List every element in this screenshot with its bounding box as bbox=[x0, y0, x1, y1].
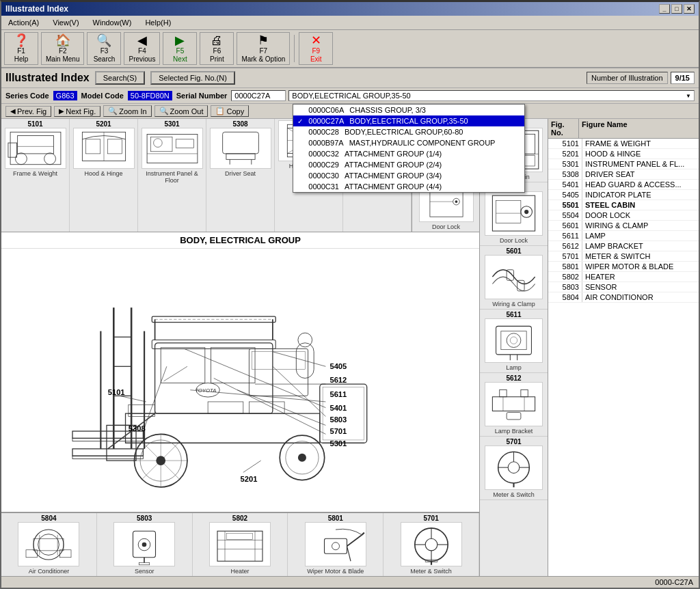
bottom-thumb-5803-label: Sensor bbox=[135, 568, 154, 575]
thumb-5803-img bbox=[114, 523, 174, 566]
bottom-thumb-5801-label: Wiper Motor & Blade bbox=[307, 568, 364, 575]
dropdown-item-4[interactable]: 0000C32 ATTACHMENT GROUP (1/4) bbox=[293, 148, 524, 159]
svg-rect-156 bbox=[492, 397, 535, 411]
search-button[interactable]: Search(S) bbox=[95, 71, 146, 85]
main-menu-button[interactable]: 🏠 F2 Main Menu bbox=[41, 32, 84, 65]
bottom-thumb-5701-label: Meter & Switch bbox=[410, 568, 452, 575]
bottom-thumb-5701[interactable]: 5701 Me bbox=[383, 513, 479, 576]
exit-label: Exit bbox=[310, 55, 322, 63]
model-code-value[interactable]: 50-8FD80N bbox=[128, 91, 172, 100]
fig-row-5601[interactable]: 5601WIRING & CLAMP bbox=[548, 221, 699, 231]
help-button[interactable]: ❓ F1 Help bbox=[4, 32, 38, 65]
copy-button[interactable]: 📋 Copy bbox=[211, 105, 249, 117]
right-thumb-5612[interactable]: 5612 Lamp Bra bbox=[480, 373, 548, 437]
fig-row-5612[interactable]: 5612LAMP BRACKET bbox=[548, 241, 699, 251]
thumb-5301-img bbox=[142, 128, 202, 168]
svg-text:5201: 5201 bbox=[241, 475, 258, 483]
fig-row-5801[interactable]: 5801WIPER MOTOR & BLADE bbox=[548, 262, 699, 272]
fig-row-5401[interactable]: 5401HEAD GUARD & ACCESS... bbox=[548, 180, 699, 190]
dropdown-item-6[interactable]: 0000C30 ATTACHMENT GROUP (3/4) bbox=[293, 170, 524, 181]
bottom-thumb-5803[interactable]: 5803 Sensor bbox=[97, 513, 193, 576]
thumb-5308[interactable]: 5308 Driver Seat bbox=[206, 119, 275, 232]
minimize-btn[interactable]: _ bbox=[659, 4, 670, 14]
serial-number-value[interactable]: 0000C27A bbox=[231, 90, 286, 101]
right-thumb-5504-img bbox=[485, 192, 542, 234]
dropdown-item-7[interactable]: 0000C31 ATTACHMENT GROUP (4/4) bbox=[293, 181, 524, 192]
fig-row-5501[interactable]: 5501STEEL CABIN bbox=[548, 200, 699, 210]
thumb-5201[interactable]: 5201 Hood & Hinge bbox=[70, 119, 138, 232]
close-btn[interactable]: ✕ bbox=[684, 4, 695, 14]
f4-label: F4 bbox=[138, 47, 146, 55]
fig-row-5201[interactable]: 5201HOOD & HINGE bbox=[548, 149, 699, 159]
svg-line-95 bbox=[214, 379, 326, 435]
right-thumb-5701[interactable]: 5701 Meter & Switch bbox=[480, 437, 548, 500]
next-fig-button[interactable]: ▶ Next Fig. bbox=[54, 106, 100, 117]
search-toolbar-button[interactable]: 🔍 F3 Search bbox=[87, 32, 121, 65]
svg-rect-0 bbox=[10, 132, 61, 164]
menu-help[interactable]: Help(H) bbox=[141, 17, 175, 28]
body-group-dropdown[interactable]: BODY,ELECTRICAL GROUP,35-50 ▼ bbox=[288, 90, 695, 101]
dropdown-item-2[interactable]: 0000C28 BODY,ELECTRICAL GROUP,60-80 bbox=[293, 126, 524, 137]
fig-row-5504[interactable]: 5504DOOR LOCK bbox=[548, 210, 699, 221]
fig-row-5308[interactable]: 5308DRIVER SEAT bbox=[548, 169, 699, 180]
toolbar-sep bbox=[294, 35, 295, 62]
right-thumb-5611[interactable]: 5611 Lamp bbox=[480, 310, 548, 373]
svg-point-128 bbox=[332, 543, 339, 550]
thumb-5101[interactable]: 5101 Frame & Weight bbox=[1, 119, 70, 232]
svg-rect-123 bbox=[226, 534, 253, 540]
prev-fig-button[interactable]: ◀ Prev. Fig bbox=[5, 106, 51, 117]
dropdown-item-1[interactable]: ✓ 0000C27A BODY,ELECTRICAL GROUP,35-50 bbox=[293, 115, 524, 126]
sel-fig-button[interactable]: Selected Fig. No.(N) bbox=[150, 71, 235, 85]
fig-row-5611[interactable]: 5611LAMP bbox=[548, 231, 699, 241]
fig-row-5405[interactable]: 5405INDICATOR PLATE bbox=[548, 190, 699, 200]
right-thumb-5701-img bbox=[485, 446, 542, 489]
svg-text:5101: 5101 bbox=[108, 388, 125, 396]
bottom-thumb-5802[interactable]: 5802 Heater bbox=[193, 513, 288, 576]
next-button[interactable]: ▶ F5 Next bbox=[163, 32, 197, 65]
fig-row-5803[interactable]: 5803SENSOR bbox=[548, 282, 699, 292]
thumb-5301-label: Instrument Panel & Floor bbox=[141, 170, 203, 184]
svg-text:5803: 5803 bbox=[329, 415, 347, 424]
exit-button[interactable]: ✕ F9 Exit bbox=[299, 32, 333, 65]
bottom-thumb-5801[interactable]: 5801 Wiper Motor & Blade bbox=[288, 513, 383, 576]
fig-row-5701[interactable]: 5701METER & SWITCH bbox=[548, 251, 699, 262]
bottom-thumb-5804[interactable]: 5804 Air Conditioner bbox=[1, 513, 97, 576]
mark-option-button[interactable]: ⚑ F7 Mark & Option bbox=[237, 32, 290, 65]
series-code-value[interactable]: G863 bbox=[53, 91, 77, 100]
main-menu-label: Main Menu bbox=[46, 55, 79, 63]
dropdown-item-0[interactable]: 0000C06A CHASSIS GROUP, 3/3 bbox=[293, 105, 524, 115]
window-controls: _ □ ✕ bbox=[659, 4, 695, 14]
print-button[interactable]: 🖨 F6 Print bbox=[200, 32, 234, 65]
dropdown-item-5[interactable]: 0000C29 ATTACHMENT GROUP (2/4) bbox=[293, 159, 524, 170]
figure-list-header: Fig. No. Figure Name bbox=[548, 119, 699, 139]
right-thumb-5601-img bbox=[485, 256, 542, 298]
zoom-in-label: Zoom In bbox=[119, 107, 146, 115]
forklift-svg: TOYOTA bbox=[1, 249, 479, 508]
dropdown-item-3[interactable]: 0000B97A MAST,HYDRAULIC COMPONENT GROUP bbox=[293, 137, 524, 148]
svg-point-163 bbox=[508, 462, 520, 474]
zoom-in-button[interactable]: 🔍 Zoom In bbox=[103, 105, 151, 117]
fig-row-5101[interactable]: 5101FRAME & WEIGHT bbox=[548, 139, 699, 149]
maximize-btn[interactable]: □ bbox=[671, 4, 682, 14]
menu-action[interactable]: Action(A) bbox=[4, 17, 43, 28]
menu-view[interactable]: View(V) bbox=[49, 17, 83, 28]
fig-row-5802[interactable]: 5802HEATER bbox=[548, 272, 699, 282]
zoom-out-button[interactable]: 🔍 Zoom Out bbox=[154, 105, 208, 117]
svg-rect-112 bbox=[60, 550, 72, 558]
bottom-thumb-5804-label: Air Conditioner bbox=[29, 568, 70, 575]
svg-rect-73 bbox=[72, 449, 143, 456]
svg-line-89 bbox=[273, 352, 326, 367]
right-thumb-5601[interactable]: 5601 Wiring & Clamp bbox=[480, 246, 548, 310]
previous-button[interactable]: ◀ F4 Previous bbox=[124, 32, 160, 65]
zoom-out-label: Zoom Out bbox=[170, 107, 204, 115]
fig-row-5301[interactable]: 5301INSTRUMENT PANEL & FL... bbox=[548, 159, 699, 169]
menu-window[interactable]: Window(W) bbox=[89, 17, 136, 28]
thumb-5301[interactable]: 5301 Instrument Panel & Floor bbox=[138, 119, 206, 232]
svg-text:5308: 5308 bbox=[129, 424, 146, 433]
next-fig-icon: ▶ bbox=[59, 107, 64, 115]
fig-row-5804[interactable]: 5804AIR CONDITIONOR bbox=[548, 292, 699, 303]
thumb-5802-img bbox=[210, 523, 270, 566]
svg-line-88 bbox=[243, 461, 261, 472]
thumb-5201-label: Hood & Hinge bbox=[84, 170, 122, 177]
svg-rect-157 bbox=[500, 390, 507, 397]
